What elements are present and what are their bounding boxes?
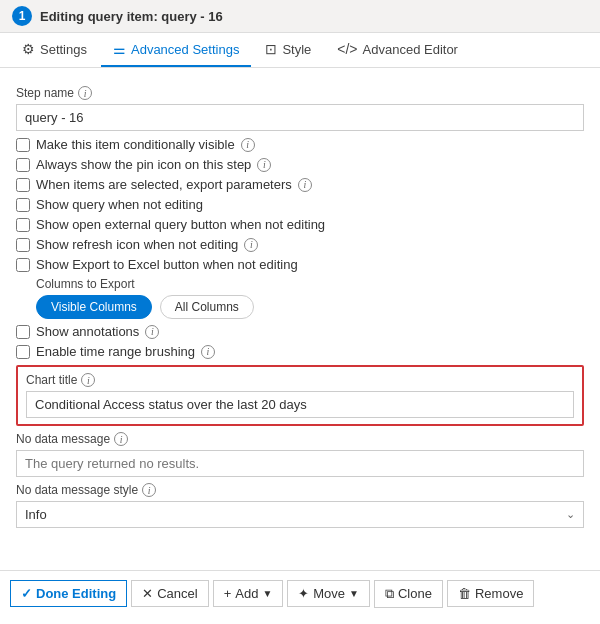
show-pin-info-icon[interactable]: i: [257, 158, 271, 172]
add-icon: +: [224, 586, 232, 601]
advanced-settings-icon: ⚌: [113, 41, 126, 57]
checkbox-enable-time-range: Enable time range brushing i: [16, 344, 584, 359]
tab-style-label: Style: [282, 42, 311, 57]
done-editing-label: Done Editing: [36, 586, 116, 601]
step-name-input[interactable]: [16, 104, 584, 131]
tab-advanced-settings-label: Advanced Settings: [131, 42, 239, 57]
chart-title-info-icon[interactable]: i: [81, 373, 95, 387]
no-data-style-dropdown[interactable]: Info ⌄: [16, 501, 584, 528]
header-bar: 1 Editing query item: query - 16: [0, 0, 600, 33]
checkbox-show-pin: Always show the pin icon on this step i: [16, 157, 584, 172]
cond-visible-info-icon[interactable]: i: [241, 138, 255, 152]
add-label: Add: [235, 586, 258, 601]
clone-button[interactable]: ⧉ Clone: [374, 580, 443, 608]
chart-title-section: Chart title i: [16, 365, 584, 426]
add-button[interactable]: + Add ▼: [213, 580, 284, 607]
no-data-style-label: No data message style i: [16, 483, 584, 497]
step-name-section: Step name i: [16, 86, 584, 131]
no-data-message-section: No data message i: [16, 432, 584, 477]
checkboxes-group-1: Make this item conditionally visible i A…: [16, 137, 584, 272]
show-query-checkbox[interactable]: [16, 198, 30, 212]
step-name-info-icon[interactable]: i: [78, 86, 92, 100]
tab-advanced-editor-label: Advanced Editor: [363, 42, 458, 57]
page-title: Editing query item: query - 16: [40, 9, 223, 24]
tab-settings-label: Settings: [40, 42, 87, 57]
show-annotations-info-icon[interactable]: i: [145, 325, 159, 339]
checkbox-show-export-excel: Show Export to Excel button when not edi…: [16, 257, 584, 272]
checkbox-show-annotations: Show annotations i: [16, 324, 584, 339]
show-refresh-checkbox[interactable]: [16, 238, 30, 252]
enable-time-range-checkbox[interactable]: [16, 345, 30, 359]
export-params-info-icon[interactable]: i: [298, 178, 312, 192]
done-editing-button[interactable]: ✓ Done Editing: [10, 580, 127, 607]
show-annotations-checkbox[interactable]: [16, 325, 30, 339]
columns-to-export-label: Columns to Export: [36, 277, 584, 291]
columns-to-export-section: Columns to Export Visible Columns All Co…: [36, 277, 584, 319]
step-name-label: Step name i: [16, 86, 584, 100]
tab-advanced-editor[interactable]: </> Advanced Editor: [325, 33, 470, 67]
tab-style[interactable]: ⊡ Style: [253, 33, 323, 67]
tab-settings[interactable]: ⚙ Settings: [10, 33, 99, 67]
settings-icon: ⚙: [22, 41, 35, 57]
tab-bar: ⚙ Settings ⚌ Advanced Settings ⊡ Style <…: [0, 33, 600, 68]
visible-columns-button[interactable]: Visible Columns: [36, 295, 152, 319]
remove-icon: 🗑: [458, 586, 471, 601]
checkbox-cond-visible: Make this item conditionally visible i: [16, 137, 584, 152]
remove-label: Remove: [475, 586, 523, 601]
cancel-button[interactable]: ✕ Cancel: [131, 580, 208, 607]
no-data-style-value: Info: [25, 507, 47, 522]
chart-title-label: Chart title i: [26, 373, 574, 387]
all-columns-button[interactable]: All Columns: [160, 295, 254, 319]
move-icon: ✦: [298, 586, 309, 601]
advanced-editor-icon: </>: [337, 41, 357, 57]
no-data-style-info-icon[interactable]: i: [142, 483, 156, 497]
no-data-message-input[interactable]: [16, 450, 584, 477]
cond-visible-checkbox[interactable]: [16, 138, 30, 152]
move-chevron-icon: ▼: [349, 588, 359, 599]
checkbox-show-open-external: Show open external query button when not…: [16, 217, 584, 232]
checkboxes-group-2: Show annotations i Enable time range bru…: [16, 324, 584, 359]
show-open-external-checkbox[interactable]: [16, 218, 30, 232]
main-content: Step name i Make this item conditionally…: [0, 68, 600, 570]
no-data-message-info-icon[interactable]: i: [114, 432, 128, 446]
footer-toolbar: ✓ Done Editing ✕ Cancel + Add ▼ ✦ Move ▼…: [0, 570, 600, 616]
columns-export-buttons: Visible Columns All Columns: [36, 295, 584, 319]
show-refresh-info-icon[interactable]: i: [244, 238, 258, 252]
cancel-icon: ✕: [142, 586, 153, 601]
cancel-label: Cancel: [157, 586, 197, 601]
chevron-down-icon: ⌄: [566, 508, 575, 521]
style-icon: ⊡: [265, 41, 277, 57]
move-label: Move: [313, 586, 345, 601]
chart-title-input[interactable]: [26, 391, 574, 418]
no-data-style-section: No data message style i Info ⌄: [16, 483, 584, 528]
checkbox-show-query: Show query when not editing: [16, 197, 584, 212]
done-editing-check-icon: ✓: [21, 586, 32, 601]
export-params-checkbox[interactable]: [16, 178, 30, 192]
remove-button[interactable]: 🗑 Remove: [447, 580, 534, 607]
tab-advanced-settings[interactable]: ⚌ Advanced Settings: [101, 33, 251, 67]
no-data-message-label: No data message i: [16, 432, 584, 446]
show-pin-checkbox[interactable]: [16, 158, 30, 172]
clone-label: Clone: [398, 586, 432, 601]
move-button[interactable]: ✦ Move ▼: [287, 580, 370, 607]
step-number: 1: [12, 6, 32, 26]
show-export-excel-checkbox[interactable]: [16, 258, 30, 272]
enable-time-range-info-icon[interactable]: i: [201, 345, 215, 359]
checkbox-export-params: When items are selected, export paramete…: [16, 177, 584, 192]
add-chevron-icon: ▼: [262, 588, 272, 599]
checkbox-show-refresh: Show refresh icon when not editing i: [16, 237, 584, 252]
clone-icon: ⧉: [385, 586, 394, 602]
